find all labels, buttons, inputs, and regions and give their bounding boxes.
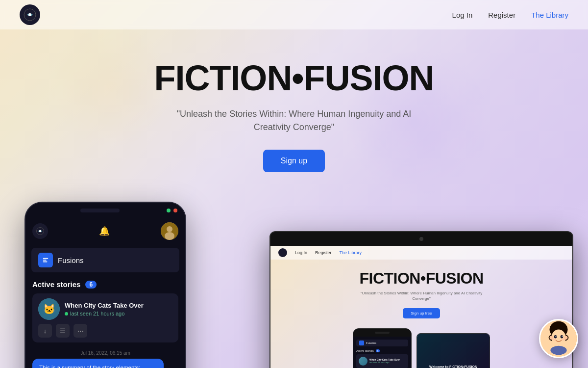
laptop-screen-bar <box>270 232 572 246</box>
hero-section: FICTION•FUSION "Unleash the Stories With… <box>0 29 588 192</box>
svg-rect-7 <box>43 258 49 259</box>
svg-point-17 <box>561 335 564 338</box>
svg-point-3 <box>39 230 42 233</box>
laptop-inner-welcome-screen: Welcome to FICTION•FUSION <box>416 333 490 368</box>
active-stories-section: Active stories 6 🐱 When City Cats Take O… <box>25 276 185 345</box>
laptop-inner-story: When City Cats Take Over last seen 21 ho… <box>356 354 408 368</box>
laptop-body: Log In Register The Library FICTION•FUSI… <box>270 231 573 368</box>
laptop-inner-fusions-label: Fusions <box>366 342 376 344</box>
svg-point-16 <box>554 335 557 338</box>
status-dot-red <box>173 209 177 212</box>
svg-text:🐱: 🐱 <box>43 304 55 315</box>
phone-status-icons <box>167 209 177 212</box>
online-indicator <box>65 312 68 315</box>
laptop-inner-badge: 6 <box>376 349 380 352</box>
fusions-icon[interactable] <box>38 253 53 267</box>
story-actions: ↓ ☰ ⋯ <box>38 324 172 338</box>
laptop-mini-nav: Log In Register The Library <box>270 246 572 260</box>
svg-point-5 <box>167 226 172 232</box>
signup-button[interactable]: Sign up <box>263 150 325 172</box>
story-card: 🐱 When City Cats Take Over last seen 21 … <box>32 293 178 342</box>
svg-point-23 <box>562 339 565 341</box>
story-last-seen: last seen 21 hours ago <box>65 311 172 316</box>
laptop-camera <box>419 237 423 241</box>
chat-date: Jul 16, 2022, 06:15 am <box>32 350 178 356</box>
laptop-inner-story-seen: last seen 21 hours ago <box>369 361 406 364</box>
laptop-inner-story-info: When City Cats Take Over last seen 21 ho… <box>369 358 406 364</box>
fusions-bar: Fusions <box>31 248 179 272</box>
hero-subtitle: "Unleash the Stories Within: Where Human… <box>167 107 421 134</box>
laptop-inner-welcome-text: Welcome to FICTION•FUSION <box>429 365 477 368</box>
laptop-inner-active: Active stories 6 <box>356 349 408 352</box>
story-info: When City Cats Take Over last seen 21 ho… <box>65 302 172 316</box>
laptop-inner-notch <box>375 332 390 334</box>
laptop-screen-content: Log In Register The Library FICTION•FUSI… <box>270 246 572 368</box>
svg-point-19 <box>562 336 563 337</box>
svg-rect-9 <box>43 262 48 263</box>
action-btn-3[interactable]: ⋯ <box>74 324 87 338</box>
fusions-label: Fusions <box>58 256 84 264</box>
laptop-inner-phone-header <box>353 329 411 337</box>
story-card-top: 🐱 When City Cats Take Over last seen 21 … <box>38 298 172 320</box>
active-stories-title: Active stories <box>32 280 80 289</box>
laptop-mini-signup-btn[interactable]: Sign up free <box>403 308 440 318</box>
story-title: When City Cats Take Over <box>65 302 172 309</box>
library-link[interactable]: The Library <box>531 11 568 19</box>
laptop-mini-register: Register <box>315 250 332 255</box>
logo <box>20 4 40 25</box>
ai-avatar[interactable] <box>539 319 578 358</box>
chat-bubble: This is a summary of the story elements:… <box>32 359 164 368</box>
svg-point-22 <box>552 339 556 341</box>
phone-logo-icon <box>32 223 48 239</box>
phone-notch <box>80 209 120 212</box>
laptop-inner-welcome-bg: Welcome to FICTION•FUSION <box>417 334 490 368</box>
bell-icon: 🔔 <box>99 226 110 237</box>
logo-icon <box>20 4 40 25</box>
action-btn-2[interactable]: ☰ <box>56 324 70 338</box>
chat-section: Jul 16, 2022, 06:15 am This is a summary… <box>25 345 185 368</box>
navbar: Log In Register The Library <box>0 0 588 29</box>
screenshots-section: 🔔 Fusions Active <box>0 202 588 368</box>
svg-point-6 <box>165 232 174 240</box>
laptop-mockup: Log In Register The Library FICTION•FUSI… <box>270 231 573 368</box>
register-link[interactable]: Register <box>488 11 515 19</box>
user-avatar <box>161 222 178 240</box>
laptop-inner-phone-content: Fusions Active stories 6 When City Cats … <box>353 337 411 368</box>
login-link[interactable]: Log In <box>452 11 473 19</box>
action-btn-1[interactable]: ↓ <box>38 324 52 338</box>
svg-rect-8 <box>43 260 47 261</box>
story-avatar: 🐱 <box>38 298 60 320</box>
phone-notch-bar <box>25 203 185 218</box>
laptop-mini-logo <box>278 248 287 257</box>
svg-point-15 <box>551 330 566 346</box>
laptop-inner-story-avatar <box>359 357 368 366</box>
phone-header: 🔔 <box>25 218 185 244</box>
laptop-mini-screenshots: Fusions Active stories 6 When City Cats … <box>270 323 572 368</box>
hero-title: FICTION•FUSION <box>10 59 578 98</box>
laptop-inner-phone: Fusions Active stories 6 When City Cats … <box>353 328 412 368</box>
svg-point-1 <box>28 13 31 16</box>
laptop-mini-hero: FICTION•FUSION "Unleash the Stories With… <box>270 260 572 323</box>
laptop-mini-subtitle: "Unleash the Stories Within: Where Human… <box>353 290 490 301</box>
laptop-inner-fusions: Fusions <box>356 340 408 346</box>
svg-point-18 <box>556 336 557 337</box>
phone-mockup: 🔔 Fusions Active <box>24 202 186 368</box>
svg-point-25 <box>550 346 566 355</box>
laptop-mini-login: Log In <box>295 250 307 255</box>
nav-links: Log In Register The Library <box>452 11 568 19</box>
status-dot-green <box>167 209 171 212</box>
active-stories-header: Active stories 6 <box>32 280 178 289</box>
laptop-mini-library: The Library <box>340 250 362 255</box>
laptop-inner-fusions-icon <box>359 341 364 345</box>
active-stories-badge: 6 <box>85 281 97 289</box>
laptop-mini-title: FICTION•FUSION <box>275 269 567 288</box>
